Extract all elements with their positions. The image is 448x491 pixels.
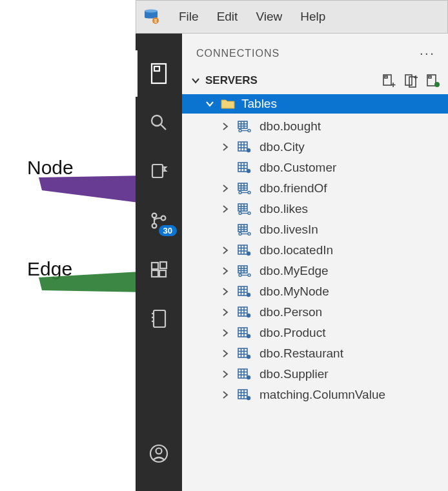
chevron-right-icon[interactable] bbox=[221, 367, 230, 381]
table-row[interactable]: dbo.Person bbox=[182, 302, 448, 323]
chevron-right-icon[interactable] bbox=[221, 305, 230, 319]
svg-rect-94 bbox=[238, 286, 247, 296]
table-row[interactable]: dbo.livesIn bbox=[182, 219, 448, 240]
svg-point-91 bbox=[239, 274, 241, 277]
node-table-icon bbox=[238, 141, 252, 153]
activity-notebook2-icon[interactable] bbox=[147, 307, 170, 330]
svg-rect-44 bbox=[238, 142, 247, 151]
activity-connections-icon[interactable] bbox=[147, 62, 170, 85]
svg-point-9 bbox=[152, 115, 162, 126]
table-row[interactable]: dbo.bought bbox=[182, 116, 448, 137]
chevron-right-icon[interactable] bbox=[221, 326, 230, 340]
activity-extensions-icon[interactable] bbox=[147, 258, 170, 281]
svg-rect-118 bbox=[238, 369, 247, 378]
table-name: dbo.Person bbox=[260, 305, 322, 319]
svg-point-129 bbox=[247, 396, 250, 400]
svg-point-77 bbox=[239, 233, 241, 235]
table-row[interactable]: dbo.MyNode bbox=[182, 281, 448, 302]
table-list: dbo.boughtdbo.Citydbo.Customerdbo.friend… bbox=[182, 114, 448, 405]
table-row[interactable]: dbo.friendOf bbox=[182, 178, 448, 199]
chevron-right-icon[interactable] bbox=[221, 140, 230, 154]
new-group-icon[interactable] bbox=[404, 74, 418, 88]
table-row[interactable]: dbo.Customer bbox=[182, 157, 448, 178]
activity-source-control-icon[interactable]: 30 bbox=[147, 209, 170, 232]
folder-icon bbox=[221, 99, 235, 109]
chevron-right-icon[interactable] bbox=[221, 202, 230, 216]
table-row[interactable]: dbo.MyEdge bbox=[182, 261, 448, 281]
table-row[interactable]: dbo.locatedIn bbox=[182, 240, 448, 261]
chevron-right-icon[interactable] bbox=[221, 264, 230, 278]
svg-rect-6 bbox=[154, 22, 157, 23]
server-status-icon[interactable] bbox=[426, 74, 440, 88]
table-name: matching.ColumnValue bbox=[260, 388, 385, 402]
svg-rect-100 bbox=[238, 307, 247, 316]
svg-line-10 bbox=[161, 125, 166, 130]
table-name: dbo.MyEdge bbox=[260, 264, 329, 278]
svg-point-70 bbox=[248, 212, 250, 215]
svg-point-99 bbox=[247, 293, 250, 297]
svg-point-13 bbox=[152, 224, 157, 228]
source-control-badge: 30 bbox=[159, 225, 177, 236]
table-name: dbo.locatedIn bbox=[260, 243, 333, 257]
svg-point-78 bbox=[248, 233, 250, 235]
chevron-right-icon[interactable] bbox=[221, 119, 230, 134]
chevron-right-icon[interactable] bbox=[221, 388, 230, 402]
panel-header: CONNECTIONS ··· bbox=[182, 34, 448, 70]
svg-rect-8 bbox=[154, 66, 159, 71]
panel-title: CONNECTIONS bbox=[196, 48, 280, 59]
chevron-right-icon[interactable] bbox=[221, 243, 230, 257]
table-row[interactable]: dbo.Restaurant bbox=[182, 343, 448, 364]
servers-section-header[interactable]: SERVERS bbox=[182, 70, 448, 94]
svg-point-12 bbox=[152, 214, 157, 218]
table-row[interactable]: dbo.Product bbox=[182, 323, 448, 343]
svg-point-85 bbox=[247, 252, 250, 256]
chevron-right-icon[interactable] bbox=[221, 285, 230, 299]
table-row[interactable]: dbo.likes bbox=[182, 199, 448, 219]
svg-rect-4 bbox=[154, 19, 157, 20]
menu-view[interactable]: View bbox=[247, 6, 291, 28]
panel-more-icon[interactable]: ··· bbox=[420, 45, 435, 62]
table-row[interactable]: dbo.City bbox=[182, 137, 448, 157]
svg-rect-80 bbox=[238, 245, 247, 254]
node-table-icon bbox=[238, 368, 252, 380]
svg-point-14 bbox=[161, 216, 166, 221]
svg-rect-18 bbox=[160, 262, 167, 268]
table-name: dbo.Restaurant bbox=[260, 346, 343, 361]
node-table-icon bbox=[238, 348, 252, 359]
svg-point-123 bbox=[247, 376, 250, 379]
svg-rect-16 bbox=[152, 270, 158, 277]
node-table-icon bbox=[238, 162, 252, 174]
menu-help[interactable]: Help bbox=[291, 6, 334, 28]
activity-search-icon[interactable] bbox=[147, 111, 170, 134]
table-name: dbo.Customer bbox=[260, 161, 336, 175]
edge-table-icon bbox=[238, 183, 252, 194]
chevron-down-icon bbox=[205, 99, 214, 108]
svg-rect-5 bbox=[154, 21, 157, 21]
svg-rect-106 bbox=[238, 328, 247, 337]
svg-rect-124 bbox=[238, 390, 247, 399]
table-row[interactable]: dbo.Supplier bbox=[182, 364, 448, 385]
menu-edit[interactable]: Edit bbox=[208, 6, 247, 28]
chevron-right-icon[interactable] bbox=[221, 181, 230, 195]
svg-point-2 bbox=[145, 10, 158, 13]
new-connection-icon[interactable] bbox=[382, 74, 396, 88]
menu-file[interactable]: File bbox=[170, 6, 208, 28]
tables-folder-row[interactable]: Tables bbox=[182, 94, 448, 114]
svg-rect-36 bbox=[238, 121, 247, 128]
chevron-down-icon bbox=[191, 76, 200, 85]
svg-rect-56 bbox=[238, 183, 247, 190]
activity-notebooks-icon[interactable] bbox=[147, 160, 170, 183]
svg-point-61 bbox=[239, 192, 241, 194]
node-table-icon bbox=[238, 306, 252, 318]
activity-account-icon[interactable] bbox=[147, 442, 170, 465]
svg-rect-86 bbox=[238, 266, 247, 273]
svg-point-42 bbox=[248, 130, 250, 132]
edge-table-icon bbox=[238, 121, 252, 132]
table-row[interactable]: matching.ColumnValue bbox=[182, 385, 448, 405]
svg-point-41 bbox=[239, 130, 241, 132]
node-table-icon bbox=[238, 327, 252, 339]
svg-rect-15 bbox=[152, 263, 158, 269]
node-table-icon bbox=[238, 389, 252, 401]
svg-rect-112 bbox=[238, 348, 247, 357]
chevron-right-icon[interactable] bbox=[221, 346, 230, 361]
